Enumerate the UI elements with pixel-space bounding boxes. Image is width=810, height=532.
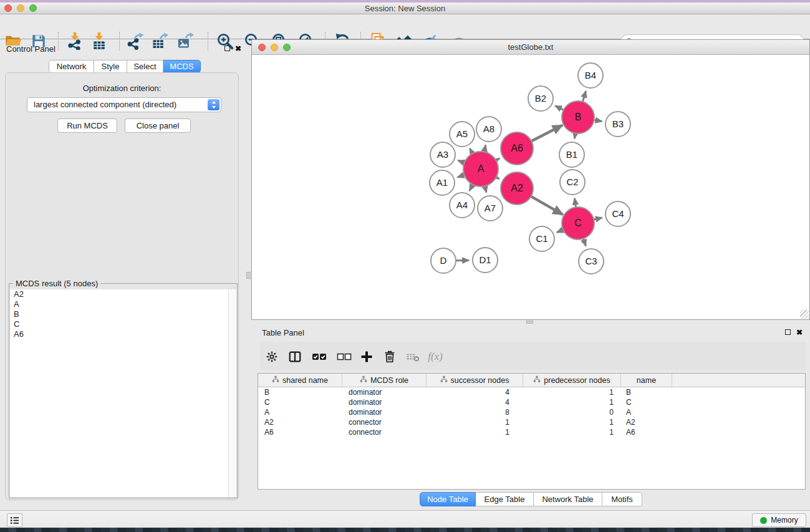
graph-edge-C-C4[interactable] — [593, 218, 602, 220]
cell-predecessors[interactable]: 1 — [523, 428, 621, 437]
vertical-splitter-handle[interactable] — [246, 272, 252, 279]
tab-motifs[interactable]: Motifs — [602, 492, 642, 506]
minimize-window-button[interactable] — [17, 4, 24, 12]
cell-shared_name[interactable]: A — [258, 408, 342, 417]
table-settings-icon[interactable] — [263, 347, 281, 366]
criterion-value: largest connected component (directed) — [34, 100, 176, 109]
close-view-button[interactable] — [258, 44, 266, 51]
cell-shared_name[interactable]: C — [258, 398, 342, 407]
tab-select[interactable]: Select — [127, 60, 163, 73]
cell-successors[interactable]: 1 — [427, 418, 523, 427]
select-all-columns-icon[interactable] — [310, 347, 329, 366]
mcds-result-item[interactable]: B — [10, 309, 228, 319]
criterion-dropdown[interactable]: largest connected component (directed) — [27, 97, 221, 112]
run-mcds-button[interactable]: Run MCDS — [57, 118, 117, 133]
function-builder-icon[interactable]: f(x) — [426, 347, 445, 366]
graph-edge-B-B3[interactable] — [594, 120, 602, 121]
graph-node-label: A5 — [456, 128, 468, 139]
export-image-icon[interactable] — [175, 31, 196, 52]
cell-predecessors[interactable]: 1 — [523, 418, 621, 427]
graph-edge-A6-B[interactable] — [531, 125, 562, 142]
mcds-result-item[interactable]: A6 — [10, 329, 228, 339]
cell-predecessors[interactable]: 1 — [523, 398, 621, 407]
horizontal-splitter-handle[interactable] — [526, 321, 533, 324]
cell-name[interactable]: C — [621, 398, 672, 407]
cell-name[interactable]: B — [621, 388, 672, 397]
memory-button[interactable]: Memory — [752, 513, 806, 527]
cell-successors[interactable]: 4 — [427, 398, 523, 407]
show-column-icon[interactable] — [286, 347, 304, 366]
mcds-result-item[interactable]: A — [10, 299, 228, 309]
zoom-window-button[interactable] — [29, 4, 37, 12]
memory-status-icon — [760, 517, 767, 524]
window-resize-grip[interactable] — [800, 310, 809, 319]
tab-network-table[interactable]: Network Table — [534, 492, 602, 506]
graph-edge-A2-C[interactable] — [531, 196, 563, 215]
zoom-view-button[interactable] — [283, 44, 291, 51]
task-history-button[interactable] — [7, 513, 22, 527]
float-table-panel-button[interactable] — [785, 329, 791, 335]
cell-successors[interactable]: 4 — [427, 388, 523, 397]
column-header-shared-name[interactable]: shared name — [258, 374, 342, 387]
graph-edge-B-B4[interactable] — [582, 91, 586, 102]
cell-name[interactable]: A — [621, 408, 672, 417]
close-table-panel-icon[interactable]: ✖ — [796, 329, 803, 336]
table-panel-tabs: Node TableEdge TableNetwork TableMotifs — [420, 492, 642, 506]
cell-shared_name[interactable]: A2 — [258, 418, 342, 427]
delete-table-icon[interactable] — [403, 347, 422, 366]
graph-edge-C-C2[interactable] — [575, 198, 576, 208]
column-header-successor-nodes[interactable]: successor nodes — [427, 374, 523, 387]
column-tree-icon — [533, 375, 541, 385]
task-list-icon — [10, 516, 19, 525]
cell-shared_name[interactable]: A6 — [258, 428, 342, 437]
graph-edge-B-B2[interactable] — [555, 106, 564, 110]
graph-node-label: C — [574, 218, 582, 228]
unselect-all-columns-icon[interactable] — [335, 347, 354, 366]
cell-name[interactable]: A6 — [621, 428, 672, 437]
node-table: shared nameMCDS rolesuccessor nodesprede… — [258, 373, 806, 490]
create-new-column-icon[interactable] — [357, 347, 376, 366]
cell-mcds_role[interactable]: connector — [342, 418, 427, 427]
mcds-result-item[interactable]: A2 — [10, 289, 228, 299]
cell-shared_name[interactable]: B — [258, 388, 342, 397]
mcds-result-title: MCDS result (5 nodes) — [13, 279, 100, 288]
tab-edge-table[interactable]: Edge Table — [476, 492, 534, 506]
cell-mcds_role[interactable]: dominator — [342, 398, 427, 407]
column-header-name[interactable]: name — [621, 374, 672, 387]
network-view-window: testGlobe.txt B4B2BB3A8A5A6A3B1AA1C2A2A4… — [251, 39, 810, 320]
import-network-from-file-icon[interactable] — [64, 31, 85, 52]
cell-mcds_role[interactable]: dominator — [342, 388, 427, 397]
minimize-view-button[interactable] — [271, 44, 278, 51]
column-header-mcds-role[interactable]: MCDS role — [342, 374, 427, 387]
app-titlebar: Session: New Session — [0, 2, 810, 14]
close-panel-icon[interactable]: ✖ — [235, 45, 241, 52]
cell-mcds_role[interactable]: connector — [342, 428, 427, 437]
tab-node-table[interactable]: Node Table — [420, 492, 476, 506]
tab-network[interactable]: Network — [49, 60, 94, 73]
delete-columns-icon[interactable] — [380, 347, 399, 366]
column-tree-icon — [272, 375, 279, 385]
tab-mcds[interactable]: MCDS — [163, 60, 201, 73]
mcds-result-scrollbar[interactable] — [228, 289, 236, 497]
cell-mcds_role[interactable]: dominator — [342, 408, 427, 417]
mcds-result-item[interactable]: C — [10, 319, 228, 329]
cell-successors[interactable]: 1 — [427, 428, 523, 437]
column-header-predecessor-nodes[interactable]: predecessor nodes — [523, 374, 621, 387]
close-panel-button[interactable]: Close panel — [125, 118, 191, 133]
cell-name[interactable]: A2 — [621, 418, 672, 427]
export-network-icon[interactable] — [125, 31, 146, 52]
close-window-button[interactable] — [4, 4, 12, 12]
optimization-criterion-label: Optimization criterion: — [5, 84, 239, 93]
cell-predecessors[interactable]: 0 — [523, 408, 621, 417]
graph-edge-C-C3[interactable] — [583, 238, 586, 246]
float-panel-button[interactable] — [224, 46, 230, 51]
network-canvas[interactable]: B4B2BB3A8A5A6A3B1AA1C2A2A4A7C4CC1DD1C3 — [252, 56, 809, 319]
graph-node-label: B4 — [585, 70, 596, 80]
graph-node-label: A6 — [511, 143, 523, 153]
export-table-icon[interactable] — [149, 31, 170, 52]
import-table-from-file-icon[interactable] — [89, 31, 110, 52]
tab-style[interactable]: Style — [94, 60, 127, 73]
cell-successors[interactable]: 8 — [427, 408, 523, 417]
mcds-result-list: A2ABCA6 — [10, 289, 228, 497]
cell-predecessors[interactable]: 1 — [523, 388, 621, 397]
